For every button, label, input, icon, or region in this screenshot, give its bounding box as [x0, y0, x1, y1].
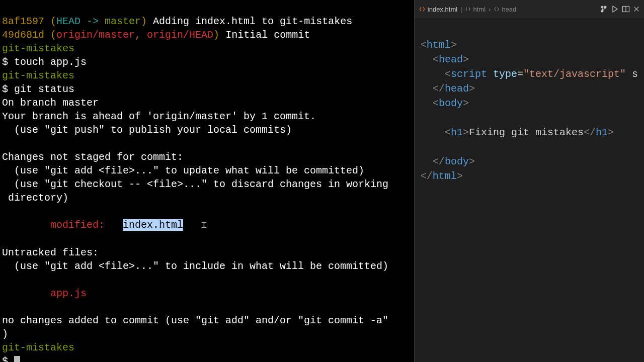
text: Fixing git mistakes [469, 127, 584, 138]
status-header: Changes not staged for commit: [2, 151, 183, 163]
angle: </ [421, 170, 433, 182]
status-line: Your branch is ahead of 'origin/master' … [2, 111, 316, 122]
tag: body [445, 156, 469, 167]
angle: > [469, 156, 475, 167]
angle: < [433, 54, 439, 65]
ref-close: ) [141, 16, 147, 27]
overflow-text: s [626, 68, 638, 80]
ref-open: ( [44, 29, 56, 41]
text-cursor-icon: ⌶ [201, 219, 207, 232]
angle: > [463, 54, 469, 65]
eq: = [517, 68, 523, 80]
attr: type [493, 68, 517, 80]
prompt-symbol: $ [2, 83, 14, 95]
status-hint: (use "git checkout -- <file>..." to disc… [2, 178, 388, 190]
angle: < [421, 39, 427, 51]
angle: < [433, 98, 439, 109]
angle: > [457, 170, 463, 182]
indent [421, 83, 433, 95]
origin-ref: origin/master [56, 29, 135, 41]
split-editor-icon[interactable] [622, 5, 630, 13]
compare-changes-icon[interactable] [600, 5, 608, 13]
status-footer: no changes added to commit (use "git add… [2, 315, 388, 326]
tag: body [439, 98, 463, 109]
tab-file-label: index.html [428, 3, 457, 16]
modified-label: modified: [2, 219, 123, 231]
ref-close: ) [213, 29, 219, 41]
angle: < [445, 68, 451, 80]
tag: head [445, 83, 469, 95]
tag: head [439, 54, 463, 65]
code-file-icon [465, 6, 471, 12]
selected-filename[interactable]: index.html [123, 219, 183, 231]
status-hint: (use "git add <file>..." to include in w… [2, 260, 388, 272]
space [487, 68, 493, 80]
status-hint: (use "git push" to publish your local co… [2, 124, 292, 136]
cwd: git-mistakes [2, 342, 74, 353]
tag: script [451, 68, 487, 80]
indent [421, 54, 433, 65]
status-footer: ) [2, 328, 8, 340]
cwd: git-mistakes [2, 70, 74, 81]
code-file-icon [419, 6, 426, 13]
origin-ref: origin/HEAD [147, 29, 213, 41]
angle: > [463, 127, 469, 138]
breadcrumb-chevron-icon: › [489, 3, 491, 16]
cwd: git-mistakes [2, 43, 74, 54]
angle: > [608, 127, 614, 138]
indent [421, 127, 445, 138]
breadcrumb-sep: | [460, 3, 462, 16]
tab-file[interactable]: index.html [419, 3, 457, 16]
prompt-symbol: $ [2, 56, 14, 68]
angle: </ [433, 83, 445, 95]
tag: html [427, 39, 451, 51]
status-header: Untracked files: [2, 247, 99, 258]
angle: < [445, 127, 451, 138]
angle: > [451, 39, 457, 51]
editor-pane: index.html | html › head <html> <head> <… [414, 0, 644, 362]
breadcrumb-label: head [502, 3, 516, 16]
ref-open: ( [44, 16, 56, 27]
close-icon[interactable] [633, 6, 640, 13]
ref-sep: , [135, 29, 147, 41]
commit-msg: Adding index.html to git-mistakes [147, 16, 352, 27]
breadcrumb-label: html [473, 3, 486, 16]
editor-tab-bar: index.html | html › head [415, 0, 644, 18]
command: touch app.js [14, 56, 87, 68]
code-file-icon [494, 6, 500, 12]
head-ref: HEAD -> [56, 16, 105, 27]
terminal-cursor [14, 356, 20, 362]
code-editor[interactable]: <html> <head> <script type="text/javascr… [415, 18, 644, 362]
untracked-file: app.js [2, 288, 87, 299]
terminal-pane[interactable]: 8af1597 (HEAD -> master) Adding index.ht… [0, 0, 414, 362]
indent [421, 98, 433, 109]
command: git status [14, 83, 74, 95]
commit-hash: 49d681d [2, 29, 44, 41]
breadcrumb-item[interactable]: html [465, 3, 486, 16]
indent [421, 156, 433, 167]
commit-hash: 8af1597 [2, 16, 44, 27]
angle: > [469, 83, 475, 95]
indent [421, 68, 445, 80]
angle: </ [584, 127, 596, 138]
tag: html [433, 170, 457, 182]
run-icon[interactable] [611, 5, 619, 13]
tag: h1 [451, 127, 463, 138]
prompt-symbol: $ [2, 355, 14, 362]
attr-val: "text/javascript" [523, 68, 626, 80]
commit-msg: Initial commit [219, 29, 310, 41]
angle: </ [433, 156, 445, 167]
status-hint: (use "git add <file>..." to update what … [2, 165, 364, 176]
branch-ref: master [105, 16, 141, 27]
tag: h1 [596, 127, 608, 138]
status-hint: directory) [2, 192, 68, 204]
status-line: On branch master [2, 97, 99, 109]
breadcrumb-item[interactable]: head [494, 3, 516, 16]
angle: > [463, 98, 469, 109]
